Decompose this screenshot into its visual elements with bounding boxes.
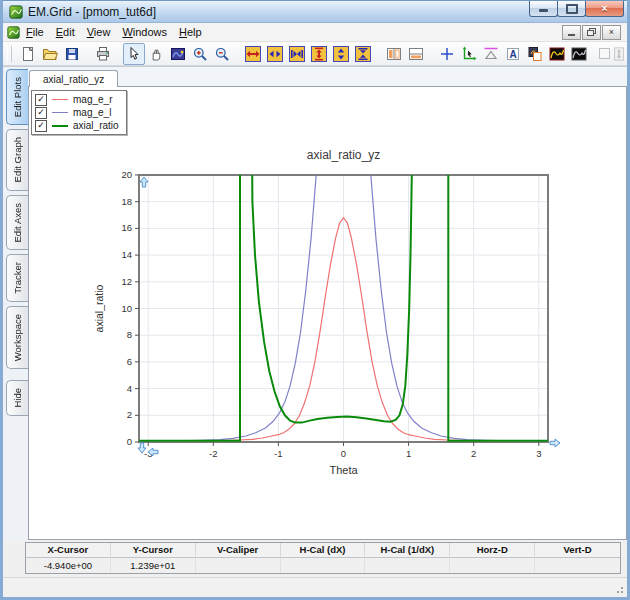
- copy-plot-icon: [527, 46, 543, 62]
- open-folder-icon: [42, 46, 58, 62]
- zoom-out-button[interactable]: [211, 43, 233, 65]
- menu-edit[interactable]: Edit: [50, 24, 81, 40]
- svg-text:0: 0: [127, 436, 132, 447]
- curve-zoom-icon: [170, 46, 186, 62]
- pan-tool-button[interactable]: [145, 43, 167, 65]
- toolbar-grip[interactable]: [7, 46, 12, 62]
- svg-text:20: 20: [121, 169, 132, 180]
- text-tool-icon: A: [505, 46, 521, 62]
- document-tab[interactable]: axial_ratio_yz: [29, 70, 118, 87]
- col-vert-d: Vert-D: [535, 543, 620, 558]
- minimize-icon: [539, 9, 548, 12]
- plot-style-dark-white-button[interactable]: [568, 43, 590, 65]
- window-title: EM.Grid - [pmom_tut6d]: [28, 5, 156, 19]
- mdi-restore-button[interactable]: [582, 25, 601, 40]
- maximize-button[interactable]: [557, 1, 586, 17]
- save-button[interactable]: [61, 43, 83, 65]
- split-rows-icon: [408, 46, 424, 62]
- minimize-button[interactable]: [529, 1, 558, 17]
- expand-horizontal-button[interactable]: [242, 43, 264, 65]
- col-horz-d: Horz-D: [450, 543, 535, 558]
- close-button[interactable]: ×: [585, 1, 624, 17]
- cursor-table-header-row: X-Cursor Y-Cursor V-Caliper H-Cal (dX) H…: [26, 543, 620, 558]
- compress-horizontal-button[interactable]: [286, 43, 308, 65]
- new-document-button[interactable]: [17, 43, 39, 65]
- dark-white-wave-icon: [571, 46, 587, 62]
- select-arrow-icon: [126, 46, 142, 62]
- legend-checkbox-mag-e-r[interactable]: [35, 94, 47, 106]
- legend-line-sample-blue: [52, 112, 68, 113]
- col-h-cal-1dx: H-Cal (1/dX): [365, 543, 450, 558]
- sidebar-tab-edit-graph[interactable]: Edit Graph: [6, 129, 28, 190]
- expand-horizontal-icon: [245, 46, 261, 62]
- sidebar-tab-edit-plots[interactable]: Edit Plots: [6, 69, 28, 125]
- status-bar: [3, 577, 627, 597]
- split-columns-icon: [386, 46, 402, 62]
- zoom-y-icon: [333, 46, 349, 62]
- col-y-cursor: Y-Cursor: [111, 543, 196, 558]
- document-tab-row: axial_ratio_yz: [28, 67, 627, 86]
- toolbar: A Layout: [3, 42, 627, 66]
- print-button[interactable]: [92, 43, 114, 65]
- x-cursor-value: -4.940e+00: [26, 558, 111, 573]
- vertical-link-icon: [612, 46, 626, 62]
- menu-file[interactable]: File: [20, 24, 50, 40]
- legend-box: mag_e_r mag_e_l axial_ratio: [31, 90, 127, 135]
- curve-zoom-button[interactable]: [167, 43, 189, 65]
- maximize-icon: [566, 4, 578, 14]
- mdi-minimize-icon: [568, 34, 575, 36]
- sidebar-tab-workspace[interactable]: Workspace: [6, 306, 28, 369]
- legend-line-sample-red: [52, 99, 68, 100]
- plot-area[interactable]: -3-2-1012302468101214161820axial_ratio_y…: [89, 145, 609, 490]
- plus-cursor-icon: [439, 46, 455, 62]
- mdi-minimize-button[interactable]: [562, 25, 581, 40]
- text-annotation-button[interactable]: A: [502, 43, 524, 65]
- legend-label: axial_ratio: [73, 120, 119, 131]
- svg-text:A: A: [509, 48, 516, 59]
- sidebar-tab-edit-axes[interactable]: Edit Axes: [6, 195, 28, 251]
- cursor-table-value-row: -4.940e+00 1.239e+01: [26, 558, 620, 573]
- legend-item: mag_e_l: [35, 106, 119, 119]
- legend-item: axial_ratio: [35, 119, 119, 132]
- open-file-button[interactable]: [39, 43, 61, 65]
- axes-tool-button[interactable]: [458, 43, 480, 65]
- resize-grip[interactable]: [614, 584, 624, 594]
- split-columns-button[interactable]: [383, 43, 405, 65]
- menu-view[interactable]: View: [81, 24, 117, 40]
- save-icon: [64, 46, 80, 62]
- legend-label: mag_e_r: [73, 94, 112, 105]
- menu-help[interactable]: Help: [173, 24, 208, 40]
- svg-text:-2: -2: [209, 448, 217, 459]
- compress-vertical-button[interactable]: [352, 43, 374, 65]
- sidebar-tab-hide[interactable]: Hide: [6, 380, 28, 416]
- add-cursor-button[interactable]: [436, 43, 458, 65]
- svg-text:2: 2: [127, 409, 132, 420]
- sidebar-tab-tracker[interactable]: Tracker: [6, 254, 28, 302]
- copy-plot-button[interactable]: [524, 43, 546, 65]
- zoom-x-button[interactable]: [264, 43, 286, 65]
- vertical-link-checkbox-left[interactable]: [599, 48, 610, 59]
- legend-checkbox-mag-e-l[interactable]: [35, 107, 47, 119]
- select-tool-button[interactable]: [123, 43, 145, 65]
- svg-text:-1: -1: [274, 448, 282, 459]
- split-rows-button[interactable]: [405, 43, 427, 65]
- legend-label: mag_e_l: [73, 107, 111, 118]
- axes-icon: [461, 46, 477, 62]
- main-area: Edit Plots Edit Graph Edit Axes Tracker …: [3, 66, 627, 540]
- zoom-y-button[interactable]: [330, 43, 352, 65]
- v-caliper-value: [196, 558, 281, 573]
- svg-text:16: 16: [121, 222, 132, 233]
- legend-checkbox-axial-ratio[interactable]: [35, 120, 47, 132]
- mdi-close-button[interactable]: ×: [602, 25, 621, 40]
- zoom-in-button[interactable]: [189, 43, 211, 65]
- menu-windows[interactable]: Windows: [116, 24, 173, 40]
- mdi-window-controls: ×: [562, 25, 623, 40]
- col-h-cal-dx: H-Cal (dX): [281, 543, 366, 558]
- side-tab-strip: Edit Plots Edit Graph Edit Axes Tracker …: [3, 67, 28, 540]
- svg-text:axial_ratio_yz: axial_ratio_yz: [307, 148, 380, 162]
- plot-style-dark-yellow-button[interactable]: [546, 43, 568, 65]
- expand-vertical-icon: [311, 46, 327, 62]
- svg-text:12: 12: [121, 276, 132, 287]
- caliper-tool-button[interactable]: [480, 43, 502, 65]
- expand-vertical-button[interactable]: [308, 43, 330, 65]
